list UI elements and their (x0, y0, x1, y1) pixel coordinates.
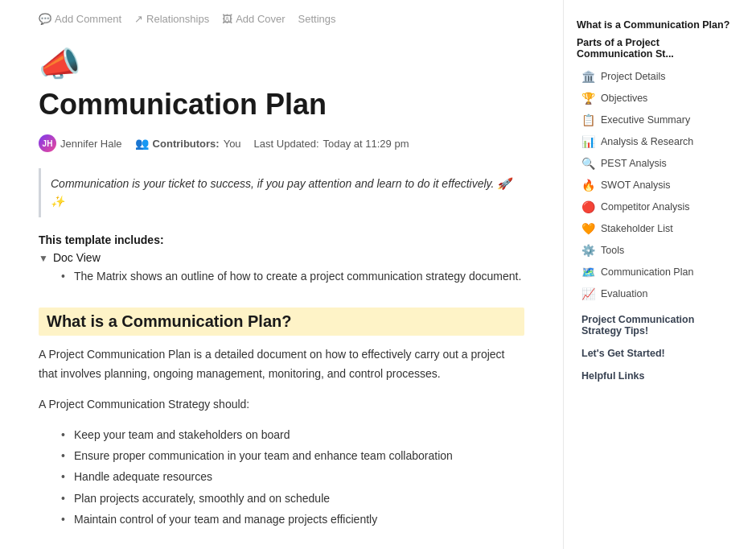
tools-icon: ⚙️ (581, 242, 595, 259)
sidebar-heading2: Parts of a Project Communication St... (577, 37, 735, 60)
section1-bullets: Keep your team and stakeholders on board… (39, 426, 524, 529)
doc-view-toggle[interactable]: ▼ Doc View (39, 251, 524, 264)
template-label: This template includes: (39, 233, 524, 246)
relationships-button[interactable]: ↗ Relationships (134, 13, 209, 25)
add-cover-button[interactable]: 🖼 Add Cover (222, 13, 285, 25)
pest-analysis-icon: 🔍 (581, 155, 595, 172)
list-item: Keep your team and stakeholders on board (61, 426, 524, 444)
sidebar-item-communication-plan[interactable]: 🗺️ Communication Plan (577, 262, 735, 283)
main-content: 💬 Add Comment ↗ Relationships 🖼 Add Cove… (0, 0, 563, 549)
sidebar-link-get-started[interactable]: Let's Get Started! (577, 345, 735, 361)
template-section: This template includes: ▼ Doc View The M… (39, 233, 524, 285)
section1-para2: A Project Communication Strategy should: (39, 395, 524, 415)
evaluation-icon: 📈 (581, 286, 595, 303)
image-icon: 🖼 (222, 13, 232, 25)
contributors-icon: 👥 (135, 137, 149, 150)
sidebar-item-stakeholder-list[interactable]: 🧡 Stakeholder List (577, 218, 735, 240)
toggle-arrow-icon: ▼ (39, 253, 48, 264)
sidebar-item-swot-analysis[interactable]: 🔥 SWOT Analysis (577, 175, 735, 196)
page-title: Communication Plan (39, 88, 524, 122)
objectives-icon: 🏆 (581, 90, 595, 107)
stakeholder-list-icon: 🧡 (581, 221, 595, 237)
toolbar: 💬 Add Comment ↗ Relationships 🖼 Add Cove… (39, 0, 524, 31)
project-details-icon: 🏛️ (581, 68, 595, 85)
add-comment-button[interactable]: 💬 Add Comment (39, 13, 121, 25)
avatar: JH (39, 134, 56, 152)
sidebar-item-evaluation[interactable]: 📈 Evaluation (577, 283, 735, 305)
meta-row: JH Jennifer Hale 👥 Contributors: You Las… (39, 134, 524, 152)
communication-plan-icon: 🗺️ (581, 264, 595, 281)
contributors-info: 👥 Contributors: You (135, 137, 241, 150)
right-sidebar: What is a Communication Plan? Parts of a… (563, 0, 748, 549)
sidebar-item-competitor-analysis[interactable]: 🔴 Competitor Analysis (577, 196, 735, 218)
section1-para1: A Project Communication Plan is a detail… (39, 345, 524, 384)
template-bullets: The Matrix shows an outline of how to cr… (39, 267, 524, 285)
relationships-icon: ↗ (134, 13, 143, 25)
list-item: Maintain control of your team and manage… (61, 510, 524, 528)
sidebar-item-analysis-research[interactable]: 📊 Analysis & Research (577, 131, 735, 153)
settings-button[interactable]: Settings (298, 13, 336, 25)
author-info: JH Jennifer Hale (39, 134, 122, 152)
list-item: Plan projects accurately, smoothly and o… (61, 489, 524, 507)
sidebar-item-project-details[interactable]: 🏛️ Project Details (577, 66, 735, 88)
list-item: Handle adequate resources (61, 468, 524, 485)
comment-icon: 💬 (39, 13, 51, 25)
section1-heading: What is a Communication Plan? (39, 308, 524, 336)
list-item: The Matrix shows an outline of how to cr… (61, 267, 524, 285)
sidebar-item-pest-analysis[interactable]: 🔍 PEST Analysis (577, 153, 735, 175)
list-item: Ensure proper communication in your team… (61, 447, 524, 464)
sidebar-item-executive-summary[interactable]: 📋 Executive Summary (577, 109, 735, 131)
sidebar-heading1: What is a Communication Plan? (577, 19, 735, 31)
last-updated-info: Last Updated: Today at 11:29 pm (254, 138, 409, 150)
analysis-research-icon: 📊 (581, 134, 595, 151)
sidebar-link-helpful-links[interactable]: Helpful Links (577, 368, 735, 384)
sidebar-link-strategy-tips[interactable]: Project Communication Strategy Tips! (577, 312, 735, 339)
sidebar-item-objectives[interactable]: 🏆 Objectives (577, 88, 735, 109)
executive-summary-icon: 📋 (581, 112, 595, 129)
page-icon: 📣 (39, 47, 524, 81)
callout-block: Communication is your ticket to success,… (39, 168, 524, 217)
swot-analysis-icon: 🔥 (581, 177, 595, 194)
sidebar-item-tools[interactable]: ⚙️ Tools (577, 240, 735, 262)
competitor-analysis-icon: 🔴 (581, 199, 595, 216)
